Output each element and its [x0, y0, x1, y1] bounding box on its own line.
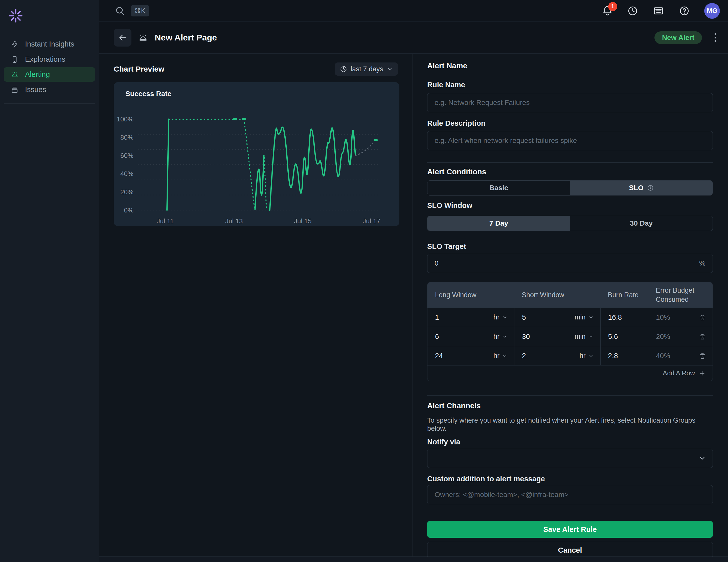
tab-slo[interactable]: SLO [570, 180, 713, 195]
column-header-short-window: Short Window [514, 288, 600, 303]
table-row: 1hr 5min 16.810% [427, 308, 713, 327]
topbar: ⌘K 1 MG [99, 0, 728, 22]
long-window-value[interactable]: 24 [435, 352, 443, 360]
chevron-down-icon [588, 315, 594, 320]
cancel-button[interactable]: Cancel [427, 542, 713, 558]
app-window: Instant Insights Explorations Alerting I… [0, 0, 728, 562]
column-header-error-budget: Error Budget Consumed [648, 282, 713, 308]
alert-channels-description: To specify where you want to get notifie… [427, 416, 713, 433]
notifications-bell-icon[interactable]: 1 [602, 6, 613, 16]
slo-window-label: SLO Window [427, 201, 713, 210]
trash-icon[interactable] [699, 333, 706, 340]
slo-table-header: Long Window Short Window Burn Rate Error… [427, 282, 713, 308]
slo-table: Long Window Short Window Burn Rate Error… [427, 282, 713, 381]
short-window-unit-dropdown[interactable]: min [575, 333, 594, 341]
search-icon[interactable] [115, 6, 125, 16]
content: Chart Preview last 7 days Success Rate 1… [99, 54, 728, 557]
kebab-menu-icon[interactable] [713, 32, 718, 43]
back-button[interactable] [114, 29, 131, 47]
alert-form-section: Alert Name Rule Name Rule Description Al… [413, 54, 728, 556]
burn-rate-value[interactable]: 2.8 [608, 352, 618, 360]
date-range-label: last 7 days [351, 65, 383, 73]
back-arrow-icon [118, 33, 127, 42]
tab-30-day[interactable]: 30 Day [570, 216, 713, 231]
long-window-unit-dropdown[interactable]: hr [493, 333, 508, 341]
phone-icon [11, 56, 18, 63]
short-window-value[interactable]: 2 [522, 352, 526, 360]
burn-rate-value[interactable]: 5.6 [608, 333, 618, 341]
table-row: 24hr 2hr 2.840% [427, 346, 713, 365]
rule-name-label: Rule Name [427, 80, 713, 89]
alert-conditions-heading: Alert Conditions [427, 167, 713, 176]
trash-icon[interactable] [699, 314, 706, 321]
page-header: New Alert Page New Alert [99, 22, 728, 54]
date-range-dropdown[interactable]: last 7 days [335, 62, 398, 76]
slo-target-input[interactable] [435, 259, 699, 267]
rule-description-label: Rule Description [427, 119, 713, 127]
svg-text:80%: 80% [120, 133, 133, 141]
chevron-down-icon [502, 334, 508, 340]
percent-suffix: % [699, 259, 706, 267]
slo-target-field: % [427, 254, 713, 273]
long-window-value[interactable]: 1 [435, 314, 439, 322]
save-alert-rule-button[interactable]: Save Alert Rule [427, 521, 713, 538]
short-window-unit-dropdown[interactable]: min [575, 314, 594, 321]
sidebar-nav: Instant Insights Explorations Alerting I… [0, 37, 99, 97]
section-divider [427, 395, 713, 396]
page-title: New Alert Page [155, 33, 217, 42]
sidebar-item-issues[interactable]: Issues [4, 82, 95, 97]
success-rate-chart-card: Success Rate 100%80%60%40%20%0%Jul 11Jul… [114, 82, 399, 226]
info-icon [647, 185, 654, 191]
notify-via-select[interactable] [427, 449, 713, 468]
main-area: ⌘K 1 MG [99, 0, 728, 562]
svg-text:Jul 15: Jul 15 [294, 217, 311, 225]
new-alert-button[interactable]: New Alert [654, 31, 702, 44]
notify-via-label: Notify via [427, 438, 713, 446]
alarm-icon [139, 33, 148, 42]
long-window-unit-dropdown[interactable]: hr [493, 314, 508, 321]
custom-addition-input[interactable] [427, 485, 713, 504]
sidebar-item-alerting[interactable]: Alerting [4, 67, 95, 82]
long-window-value[interactable]: 6 [435, 333, 439, 341]
plus-icon [699, 370, 706, 377]
add-row-button[interactable]: Add A Row [663, 369, 706, 377]
sidebar-divider [4, 103, 95, 104]
short-window-value[interactable]: 5 [522, 314, 526, 322]
burn-rate-value[interactable]: 16.8 [608, 314, 622, 322]
short-window-unit-dropdown[interactable]: hr [580, 352, 594, 360]
long-window-unit-dropdown[interactable]: hr [493, 352, 508, 360]
user-avatar[interactable]: MG [704, 3, 720, 19]
rule-description-input[interactable] [427, 131, 713, 150]
chevron-down-icon [698, 455, 706, 462]
error-budget-value: 40% [656, 352, 670, 360]
svg-text:20%: 20% [120, 188, 133, 196]
svg-text:Jul 11: Jul 11 [157, 217, 174, 225]
chevron-down-icon [588, 334, 594, 340]
chevron-down-icon [502, 315, 508, 320]
app-logo-icon[interactable] [8, 8, 24, 24]
history-clock-icon[interactable] [627, 6, 638, 16]
condition-type-toggle: Basic SLO [427, 180, 713, 195]
svg-text:Jul 13: Jul 13 [225, 217, 243, 225]
custom-addition-label: Custom addition to alert message [427, 475, 713, 483]
svg-text:40%: 40% [120, 170, 133, 177]
tab-basic[interactable]: Basic [427, 180, 570, 195]
chevron-down-icon [588, 353, 594, 359]
slo-table-body: 1hr 5min 16.810%6hr 30min 5.620%24hr 2hr… [427, 308, 713, 365]
short-window-value[interactable]: 30 [522, 333, 530, 341]
sidebar-item-instant-insights[interactable]: Instant Insights [4, 37, 95, 51]
section-divider [427, 162, 713, 163]
sidebar-item-label: Issues [25, 85, 46, 94]
rule-name-input[interactable] [427, 93, 713, 112]
sidebar-item-label: Instant Insights [25, 40, 74, 48]
sidebar-item-explorations[interactable]: Explorations [4, 52, 95, 66]
sidebar-item-label: Explorations [25, 55, 65, 63]
trash-icon[interactable] [699, 352, 706, 360]
search-shortcut-badge: ⌘K [131, 5, 149, 16]
help-icon[interactable] [679, 6, 690, 16]
clock-icon [340, 65, 347, 73]
svg-text:60%: 60% [120, 152, 133, 159]
error-budget-value: 10% [656, 314, 670, 322]
tab-7-day[interactable]: 7 Day [427, 216, 570, 231]
keyboard-icon[interactable] [653, 6, 664, 16]
